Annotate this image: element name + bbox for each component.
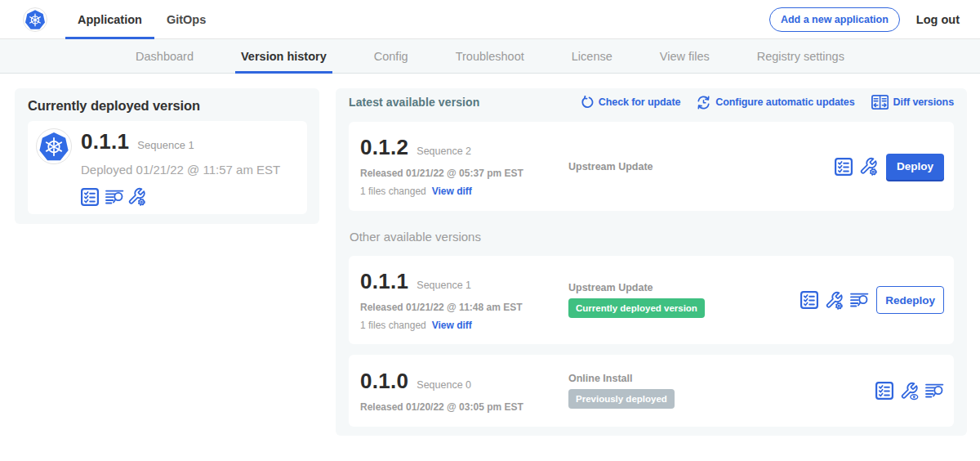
deploy-button[interactable]: Deploy (886, 154, 944, 180)
kubernetes-logo-icon (38, 131, 69, 162)
preflight-checklist-icon[interactable] (835, 158, 853, 176)
version-line: 0.1.2 Sequence 2 (360, 136, 568, 159)
configure-automatic-updates-link[interactable]: Configure automatic updates (697, 96, 854, 110)
diff-icon (871, 95, 889, 110)
subnav-tab-dashboard[interactable]: Dashboard (136, 39, 194, 73)
subnav-tab-version-history[interactable]: Version history (241, 39, 327, 73)
version-row-0-1-2: 0.1.2 Sequence 2 Released 01/21/22 @ 05:… (349, 122, 954, 211)
files-changed-line: 1 files changed View diff (360, 320, 568, 331)
top-nav: Application GitOps Add a new application… (0, 0, 980, 39)
deployed-info: 0.1.1 Sequence 1 Deployed 01/21/22 @ 11:… (81, 130, 280, 206)
add-application-button[interactable]: Add a new application (769, 7, 900, 32)
latest-available-header: Latest available version Check for updat… (349, 92, 954, 112)
tab-application[interactable]: Application (65, 0, 154, 38)
subnav-tab-troubleshoot-label: Troubleshoot (456, 50, 524, 63)
currently-deployed-title: Currently deployed version (28, 98, 307, 114)
tab-gitops-label: GitOps (167, 13, 206, 26)
released-timestamp: Released 01/21/22 @ 11:48 am EST (360, 302, 568, 313)
version-source: Online Install Previously deployed (568, 373, 875, 409)
version-row-0-1-1: 0.1.1 Sequence 1 Released 01/21/22 @ 11:… (349, 256, 954, 344)
source-label: Upstream Update (568, 282, 800, 293)
version-line: 0.1.0 Sequence 0 (360, 369, 568, 392)
preflight-checklist-icon[interactable] (81, 188, 99, 206)
subnav-tab-license-label: License (572, 50, 612, 63)
view-diff-link[interactable]: View diff (432, 186, 472, 197)
version-actions: Redeploy (800, 286, 944, 314)
sequence-label: Sequence 0 (416, 379, 471, 391)
version-line: 0.1.1 Sequence 1 (360, 270, 568, 293)
version-source: Upstream Update Currently deployed versi… (568, 282, 800, 318)
source-label: Online Install (568, 373, 875, 384)
logout-link[interactable]: Log out (916, 13, 960, 26)
view-config-icon[interactable] (900, 382, 919, 401)
subnav-tab-view-files-label: View files (660, 50, 710, 63)
version-actions: Check for update Configure automatic upd… (564, 95, 954, 110)
view-logs-icon[interactable] (925, 383, 944, 398)
diff-versions-label: Diff versions (893, 96, 954, 108)
view-diff-link[interactable]: View diff (432, 320, 472, 331)
kubernetes-logo-icon (24, 9, 46, 30)
version-info: 0.1.0 Sequence 0 Released 01/20/22 @ 03:… (360, 369, 568, 413)
subnav-tab-config[interactable]: Config (374, 39, 408, 73)
subnav-tab-dashboard-label: Dashboard (136, 50, 194, 63)
version-line: 0.1.1 Sequence 1 (81, 130, 280, 153)
edit-config-icon[interactable] (825, 291, 844, 310)
check-for-update-link[interactable]: Check for update (581, 96, 681, 109)
latest-available-title: Latest available version (349, 96, 479, 109)
tab-application-label: Application (78, 13, 142, 26)
currently-deployed-panel: Currently deployed version 0.1.1 Sequenc… (15, 88, 319, 224)
files-changed-label: 1 files changed (360, 320, 426, 331)
source-label: Upstream Update (568, 161, 835, 172)
subnav-tab-view-files[interactable]: View files (660, 39, 710, 73)
version-history-panel: Latest available version Check for updat… (336, 88, 967, 436)
app-icon-badge (36, 128, 72, 164)
version-actions (875, 382, 944, 401)
deployed-sequence-label: Sequence 1 (137, 139, 194, 151)
preflight-checklist-icon[interactable] (800, 291, 818, 309)
previously-deployed-badge: Previously deployed (568, 389, 675, 409)
deployed-version-label: 0.1.1 (81, 130, 129, 153)
redeploy-button[interactable]: Redeploy (876, 286, 944, 314)
auto-update-icon (697, 96, 710, 110)
currently-deployed-badge: Currently deployed version (568, 298, 705, 318)
top-nav-right: Add a new application Log out (769, 0, 980, 38)
version-info: 0.1.1 Sequence 1 Released 01/21/22 @ 11:… (360, 270, 568, 331)
version-row-0-1-0: 0.1.0 Sequence 0 Released 01/20/22 @ 03:… (349, 355, 954, 427)
subnav-tab-license[interactable]: License (572, 39, 612, 73)
version-actions: Deploy (835, 154, 944, 180)
subnav-tab-troubleshoot[interactable]: Troubleshoot (456, 39, 524, 73)
version-label: 0.1.2 (360, 136, 408, 159)
preflight-checklist-icon[interactable] (875, 382, 893, 400)
subnav-tab-registry-settings[interactable]: Registry settings (757, 39, 844, 73)
edit-config-icon[interactable] (859, 157, 878, 176)
files-changed-line: 1 files changed View diff (360, 186, 568, 197)
refresh-icon (581, 96, 594, 109)
sequence-label: Sequence 2 (416, 145, 471, 157)
deployed-actions (81, 187, 280, 206)
version-label: 0.1.0 (360, 369, 408, 392)
subnav-tab-config-label: Config (374, 50, 408, 63)
sequence-label: Sequence 1 (416, 280, 471, 291)
top-nav-tabs: Application GitOps (65, 0, 218, 38)
edit-config-icon[interactable] (127, 187, 146, 206)
view-logs-icon[interactable] (850, 293, 869, 307)
configure-automatic-updates-label: Configure automatic updates (715, 96, 854, 108)
version-source: Upstream Update (568, 161, 835, 172)
files-changed-label: 1 files changed (360, 186, 426, 197)
other-versions-heading: Other available versions (350, 230, 954, 244)
app-logo[interactable] (23, 7, 47, 32)
version-label: 0.1.1 (360, 270, 408, 293)
app-subnav: Dashboard Version history Config Trouble… (0, 39, 980, 74)
subnav-tab-version-history-label: Version history (241, 50, 327, 63)
version-info: 0.1.2 Sequence 2 Released 01/21/22 @ 05:… (360, 136, 568, 197)
main-content: Currently deployed version 0.1.1 Sequenc… (0, 74, 980, 436)
check-for-update-label: Check for update (599, 96, 681, 108)
view-logs-icon[interactable] (105, 190, 124, 204)
released-timestamp: Released 01/21/22 @ 05:37 pm EST (360, 168, 568, 179)
diff-versions-link[interactable]: Diff versions (871, 95, 954, 110)
subnav-tab-registry-settings-label: Registry settings (757, 50, 844, 63)
released-timestamp: Released 01/20/22 @ 03:05 pm EST (360, 401, 568, 413)
tab-gitops[interactable]: GitOps (154, 0, 218, 38)
currently-deployed-card: 0.1.1 Sequence 1 Deployed 01/21/22 @ 11:… (28, 121, 307, 214)
deployed-timestamp: Deployed 01/21/22 @ 11:57 am EST (81, 163, 280, 176)
